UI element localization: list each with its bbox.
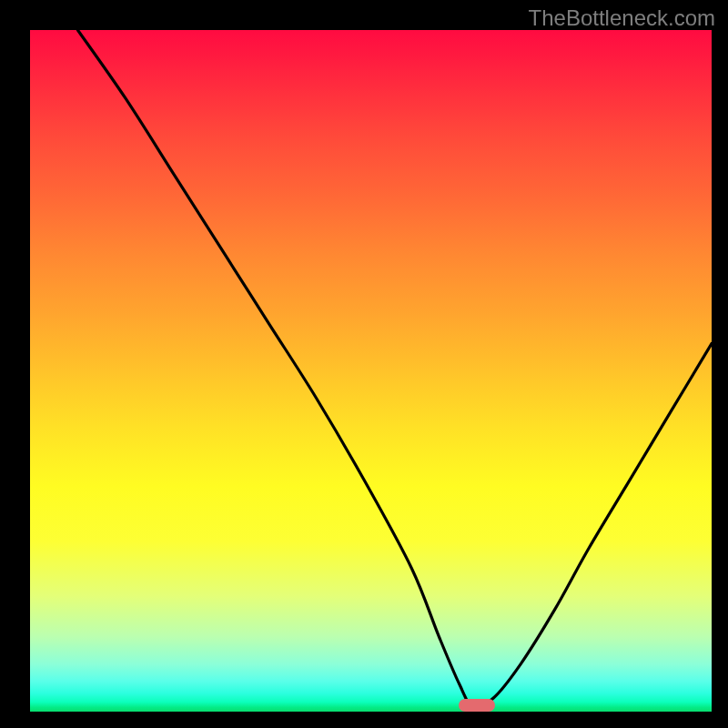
bottleneck-curve	[30, 30, 712, 712]
optimal-point-marker	[459, 699, 495, 712]
chart-area	[30, 30, 712, 712]
watermark-text: TheBottleneck.com	[529, 5, 715, 31]
